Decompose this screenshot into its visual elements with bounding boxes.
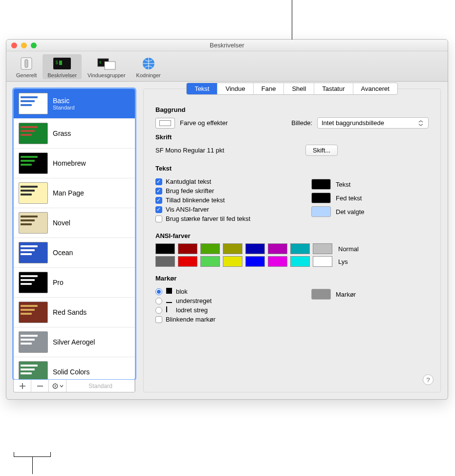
cursor-options: blokunderstregetlodret stregBlinkende ma…	[155, 286, 298, 325]
profile-row[interactable]: Novel	[14, 208, 135, 238]
profile-list-controls: Standard	[13, 380, 135, 392]
checkbox-label: Kantudglat tekst	[166, 178, 211, 185]
toolbar-label: Generelt	[16, 72, 37, 78]
profile-name: Ocean	[53, 249, 73, 257]
tab-fane[interactable]: Fane	[254, 83, 284, 94]
background-image-label: Billede:	[291, 119, 312, 127]
background-image-dropdown[interactable]: Intet baggrundsbillede	[317, 117, 429, 129]
ansi-normal-row: Normal	[155, 243, 429, 254]
help-button[interactable]: ?	[423, 374, 433, 385]
checkbox[interactable]	[155, 216, 162, 222]
set-default-button[interactable]: Standard	[66, 380, 135, 392]
checkbox[interactable]	[155, 206, 162, 213]
background-color-label: Farve og effekter	[180, 119, 228, 127]
color-well[interactable]	[311, 206, 331, 217]
tab-tekst[interactable]: Tekst	[187, 83, 217, 94]
profile-row[interactable]: BasicStandard	[14, 89, 135, 119]
cursor-color-well[interactable]	[311, 289, 331, 300]
radio[interactable]	[155, 288, 162, 295]
callout-line	[32, 456, 33, 474]
ansi-color-well[interactable]	[155, 243, 175, 254]
toolbar-encodings[interactable]: Kodninger	[131, 54, 166, 79]
text-option[interactable]: Brug fede skrifter	[155, 187, 298, 195]
dropdown-value: Intet baggrundsbillede	[322, 119, 384, 127]
cursor-shape-icon	[166, 297, 172, 304]
ansi-color-well[interactable]	[223, 256, 242, 267]
heading-ansi: ANSI-farver	[155, 232, 429, 239]
add-profile-button[interactable]	[14, 380, 31, 392]
color-label: Fed tekst	[336, 195, 362, 202]
ansi-color-well[interactable]	[155, 256, 175, 267]
profile-name: Solid Colors	[53, 368, 89, 376]
profile-row[interactable]: Solid Colors	[14, 357, 135, 380]
profile-row[interactable]: Ocean	[14, 238, 135, 268]
profile-list[interactable]: BasicStandardGrassHomebrewMan PageNovelO…	[13, 88, 135, 380]
profile-actions-menu[interactable]	[49, 380, 66, 392]
svg-point-10	[54, 385, 56, 387]
ansi-color-well[interactable]	[200, 243, 220, 254]
ansi-color-well[interactable]	[290, 256, 310, 267]
ansi-color-well[interactable]	[313, 243, 332, 254]
toolbar-profiles[interactable]: $ Beskrivelser	[43, 54, 82, 79]
callout-line	[292, 0, 292, 45]
ansi-color-well[interactable]	[245, 256, 265, 267]
profile-row[interactable]: Pro	[14, 268, 135, 298]
profile-row[interactable]: Red Sands	[14, 298, 135, 327]
ansi-color-well[interactable]	[178, 243, 197, 254]
background-color-well[interactable]	[155, 118, 175, 129]
cursor-shape-option[interactable]: understreget	[155, 297, 298, 304]
terminal-icon: $	[52, 56, 72, 71]
tab-shell[interactable]: Shell	[284, 83, 314, 94]
titlebar: Beskrivelser	[6, 40, 448, 51]
ansi-color-well[interactable]	[290, 243, 310, 254]
toolbar-label: Kodninger	[136, 72, 161, 78]
cursor-blink-option[interactable]: Blinkende markør	[155, 316, 298, 323]
profile-thumbnail	[19, 182, 48, 204]
ansi-color-well[interactable]	[245, 243, 265, 254]
profile-row[interactable]: Man Page	[14, 178, 135, 208]
checkbox[interactable]	[155, 316, 162, 323]
text-option[interactable]: Brug stærke farver til fed tekst	[155, 215, 298, 222]
checkbox-label: Blinkende markør	[166, 316, 216, 323]
heading-text: Tekst	[155, 165, 429, 172]
windows-icon: $	[96, 56, 117, 71]
color-well[interactable]	[311, 193, 331, 203]
color-label: Tekst	[336, 181, 350, 188]
text-option[interactable]: Vis ANSI-farver	[155, 206, 298, 213]
ansi-color-well[interactable]	[268, 243, 287, 254]
tab-avanceret[interactable]: Avanceret	[353, 83, 397, 94]
profile-name: Man Page	[53, 189, 84, 197]
toolbar-window-groups[interactable]: $ Vinduesgrupper	[83, 54, 130, 79]
cursor-shape-option[interactable]: blok	[155, 288, 298, 295]
checkbox[interactable]	[155, 197, 162, 204]
svg-rect-1	[25, 60, 28, 67]
text-option[interactable]: Tillad blinkende tekst	[155, 196, 298, 204]
profile-row[interactable]: Silver Aerogel	[14, 327, 135, 357]
ansi-color-well[interactable]	[313, 256, 332, 267]
color-well[interactable]	[311, 179, 331, 190]
tab-tastatur[interactable]: Tastatur	[314, 83, 353, 94]
ansi-color-well[interactable]	[200, 256, 220, 267]
cursor-shape-option[interactable]: lodret streg	[155, 306, 298, 314]
ansi-color-well[interactable]	[268, 256, 287, 267]
ansi-color-well[interactable]	[178, 256, 197, 267]
ansi-color-well[interactable]	[223, 243, 242, 254]
settings-panel: TekstVindueFaneShellTastaturAvanceret Ba…	[143, 88, 441, 392]
profile-row[interactable]: Grass	[14, 119, 135, 149]
radio[interactable]	[155, 307, 162, 314]
profile-name: Basic	[53, 97, 75, 105]
remove-profile-button[interactable]	[31, 380, 49, 392]
checkbox[interactable]	[155, 178, 162, 185]
profile-name: Pro	[53, 279, 64, 286]
change-font-button[interactable]: Skift...	[305, 145, 338, 156]
window-title: Beskrivelser	[6, 42, 448, 49]
tab-vindue[interactable]: Vindue	[217, 83, 253, 94]
globe-icon	[138, 56, 159, 71]
radio-label: understreget	[176, 297, 212, 304]
checkbox[interactable]	[155, 188, 162, 195]
toolbar-general[interactable]: Generelt	[11, 54, 42, 79]
profile-row[interactable]: Homebrew	[14, 149, 135, 178]
text-option[interactable]: Kantudglat tekst	[155, 178, 298, 185]
profile-name: Grass	[53, 130, 71, 137]
radio[interactable]	[155, 298, 162, 304]
